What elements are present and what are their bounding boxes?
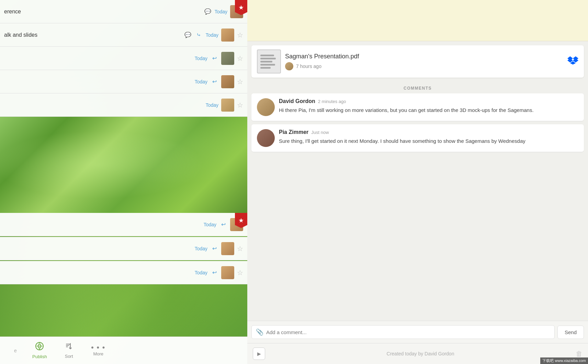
comment-input-wrap: 📎: [251, 325, 555, 339]
item-title: erence: [4, 9, 204, 15]
reply-icon[interactable]: ↩: [210, 54, 218, 62]
comment-item: David Gordon 2 minutes ago Hi there Pia,…: [251, 93, 584, 121]
comment-input-area: 📎 Send: [247, 321, 588, 343]
sort-label: Sort: [65, 354, 73, 359]
right-panel: Sagman's Presentation.pdf 7 hours ago CO…: [247, 0, 588, 364]
comment-item: Pia Zimmer Just now Sure thing, I'll get…: [251, 124, 584, 152]
comments-section: COMMENTS David Gordon 2 minutes ago Hi t…: [247, 82, 588, 321]
comment-text: Hi there Pia, I'm still working on more …: [279, 106, 578, 114]
watermark-site: www.xiazaiba.com: [555, 359, 586, 363]
star-icon: ★: [238, 217, 244, 224]
item-meta: Today ↩ ☆: [195, 242, 243, 255]
toolbar-item-more[interactable]: ● ● ● More: [83, 342, 114, 359]
comment-avatar: [257, 129, 275, 147]
item-date: Today: [204, 222, 216, 227]
item-meta: Today ↩ ☆: [195, 266, 243, 279]
reply-icon[interactable]: ↩: [210, 78, 218, 86]
file-thumb-content: [258, 52, 280, 71]
delete-icon[interactable]: 🗑: [576, 350, 583, 358]
item-date: Today: [195, 56, 207, 61]
more-label: More: [93, 351, 103, 356]
star-icon: ★: [238, 4, 244, 11]
list-item[interactable]: Today ↩ ☆: [0, 261, 247, 284]
toolbar-item-publish[interactable]: Publish: [24, 339, 55, 362]
item-meta: Today ↩ ☆: [195, 75, 243, 88]
item-date: Today: [195, 246, 207, 251]
star-empty-icon[interactable]: ☆: [237, 269, 243, 277]
send-button[interactable]: Send: [557, 326, 584, 339]
item-title: alk and slides: [4, 32, 184, 38]
comment-avatar: [257, 98, 275, 116]
file-name: Sagman's Presentation.pdf: [285, 53, 563, 60]
item-date: Today: [206, 32, 218, 38]
item-date: Today: [195, 79, 207, 84]
watermark: 下载吧 www.xiazaiba.com: [540, 357, 588, 364]
item-meta: Today ☆: [206, 99, 243, 112]
comment-text: Sure thing, I'll get started on it next …: [279, 137, 578, 145]
file-time: 7 hours ago: [296, 64, 321, 69]
forward-icon: ▶: [257, 351, 261, 356]
avatar: [221, 266, 234, 279]
comment-author: Pia Zimmer: [279, 129, 308, 135]
svg-text:Z: Z: [69, 346, 71, 349]
comment-input[interactable]: [266, 329, 550, 335]
right-footer: ▶ Created today by David Gordon 🗑: [247, 343, 588, 364]
avatar: [221, 75, 234, 88]
comment-icon[interactable]: 💬: [204, 8, 212, 16]
star-empty-icon[interactable]: ☆: [237, 101, 243, 109]
comment-header: David Gordon 2 minutes ago: [279, 98, 578, 104]
list-item[interactable]: erence 💬 Today ★: [0, 0, 247, 23]
item-date: Today: [195, 270, 207, 275]
created-info: Created today by David Gordon: [269, 351, 572, 356]
list-item[interactable]: Today ↩ ☆: [0, 70, 247, 93]
publish-label: Publish: [32, 354, 47, 359]
note-area[interactable]: [247, 0, 588, 41]
star-empty-icon[interactable]: ☆: [237, 244, 243, 253]
item-date: Today: [206, 102, 218, 108]
watermark-label: 下载吧: [542, 359, 554, 363]
avatar: [221, 99, 234, 112]
publish-icon: [35, 342, 44, 353]
reply-icon[interactable]: ↩: [210, 244, 218, 253]
file-avatar: [285, 62, 293, 70]
star-empty-icon[interactable]: ☆: [237, 31, 243, 39]
list-item[interactable]: alk and slides 💬 ⤷ Today ☆: [0, 23, 247, 47]
star-filled-badge: ★: [235, 213, 247, 228]
comment-time: Just now: [311, 130, 329, 135]
file-thumbnail: [257, 49, 281, 73]
share-icon[interactable]: ⤷: [195, 31, 203, 39]
item-meta: 💬 ⤷ Today ☆: [184, 29, 243, 42]
comment-icon[interactable]: 💬: [184, 31, 192, 39]
comment-header: Pia Zimmer Just now: [279, 129, 578, 135]
bottom-toolbar: e Publish A Z Sor: [0, 337, 247, 364]
item-meta: Today ↩ ☆: [195, 52, 243, 65]
forward-button[interactable]: ▶: [253, 348, 265, 360]
avatar: [221, 52, 234, 65]
avatar: [221, 242, 234, 255]
toolbar-item-sort[interactable]: A Z Sort: [55, 339, 83, 362]
item-date: Today: [215, 9, 227, 14]
star-empty-icon[interactable]: ☆: [237, 78, 243, 86]
comment-author: David Gordon: [279, 98, 315, 104]
more-icon: ● ● ●: [91, 344, 106, 350]
list-item[interactable]: Today ↩ ★: [0, 213, 247, 236]
comments-header: COMMENTS: [251, 82, 584, 93]
list-item[interactable]: Today ↩ ☆: [0, 237, 247, 260]
file-info: Sagman's Presentation.pdf 7 hours ago: [285, 53, 563, 70]
star-empty-icon[interactable]: ☆: [237, 54, 243, 62]
sort-icon: A Z: [65, 342, 73, 352]
star-filled-badge: ★: [235, 0, 247, 15]
avatar: [221, 29, 234, 42]
dropbox-icon[interactable]: [567, 56, 578, 68]
list-item[interactable]: Today ↩ ☆: [0, 47, 247, 70]
toolbar-item-share[interactable]: e: [7, 345, 24, 356]
attach-icon[interactable]: 📎: [256, 328, 263, 336]
reply-icon[interactable]: ↩: [210, 269, 218, 277]
comment-body: Pia Zimmer Just now Sure thing, I'll get…: [279, 129, 578, 147]
list-item[interactable]: Today ☆: [0, 93, 247, 117]
comment-body: David Gordon 2 minutes ago Hi there Pia,…: [279, 98, 578, 116]
share-icon: e: [14, 348, 17, 353]
reply-icon[interactable]: ↩: [219, 220, 227, 229]
list-container: erence 💬 Today ★ alk and slides 💬 ⤷ Toda…: [0, 0, 247, 337]
file-meta: 7 hours ago: [285, 62, 563, 70]
